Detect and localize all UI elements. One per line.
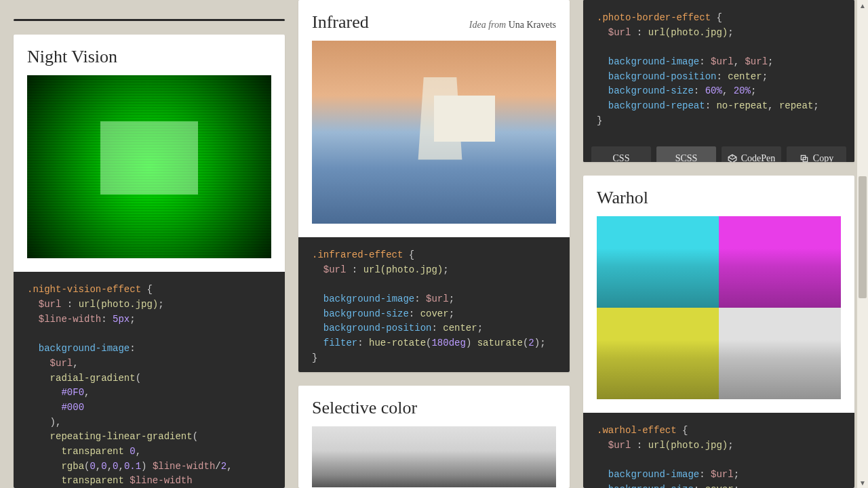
card-title: Warhol [597,188,648,208]
night-vision-preview [27,75,271,258]
codepen-icon [728,154,737,163]
selective-preview [312,426,556,487]
codepen-button[interactable]: CodePen [722,146,781,163]
idea-from: Idea from Una Kravets [469,20,556,30]
photo-border-code[interactable]: .photo-border-effect { $url : url(photo.… [583,0,854,140]
scrollbar-thumb[interactable] [859,176,867,298]
card-title: Night Vision [27,47,117,67]
night-vision-card: Night Vision .night-vision-effect { $url… [14,35,285,488]
scroll-down-arrow[interactable]: ▼ [857,477,868,488]
previous-card-bottom [14,19,285,21]
infrared-card: Infrared Idea from Una Kravets .infrared… [298,0,570,372]
scss-button[interactable]: SCSS [656,146,716,163]
scroll-up-arrow[interactable]: ▲ [857,0,868,11]
copy-button[interactable]: Copy [787,146,846,163]
infrared-preview [312,41,556,224]
photo-border-card-partial: .photo-border-effect { $url : url(photo.… [583,0,854,162]
svg-line-7 [728,157,732,159]
css-button[interactable]: CSS [591,146,651,163]
card-title: Selective color [312,398,417,418]
infrared-code[interactable]: .infrared-effect { $url : url(photo.jpg)… [298,237,570,372]
svg-line-8 [732,157,736,159]
warhol-preview [597,216,841,399]
scrollbar[interactable]: ▲ ▼ [857,0,868,488]
warhol-code[interactable]: .warhol-effect { $url : url(photo.jpg); … [583,413,854,488]
night-vision-code[interactable]: .night-vision-effect { $url : url(photo.… [14,272,285,488]
photo-border-buttons: CSS SCSS CodePen Copy [583,140,854,163]
warhol-card: Warhol .warhol-effect { $url : url(photo… [583,176,854,488]
card-title: Infrared [312,12,369,33]
selective-color-card: Selective color [298,386,570,489]
copy-icon [800,154,809,163]
